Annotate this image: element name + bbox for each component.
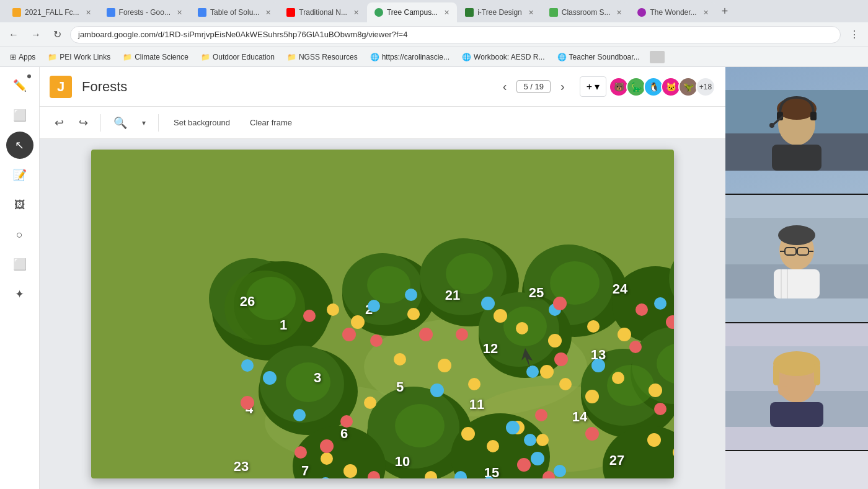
add-frame-button[interactable]: + ▾: [580, 76, 606, 97]
svg-rect-197: [772, 145, 822, 171]
bookmark-climate[interactable]: 📁 Climate Science: [118, 52, 193, 63]
tab-label-forests: Forests - Goo...: [119, 8, 170, 17]
svg-point-128: [241, 359, 254, 372]
tab-table[interactable]: Table of Solu... ✕: [190, 2, 278, 22]
eraser-tool-button[interactable]: ⬜: [6, 102, 33, 129]
svg-text:25: 25: [529, 285, 544, 300]
canvas-area[interactable]: 1 2 3 4 5 6 7 8 9 10 11 12 13 14: [40, 139, 725, 489]
svg-rect-219: [773, 364, 779, 385]
video-panel-1: [725, 67, 868, 194]
laser-button[interactable]: ✦: [6, 280, 33, 308]
svg-point-157: [636, 303, 648, 316]
bookmark-carolina-label: https://carolinascie...: [382, 53, 450, 61]
svg-point-171: [535, 409, 547, 421]
select-icon: ↖: [15, 138, 24, 152]
tab-label-wonder: The Wonder...: [650, 8, 696, 17]
tab-label-treecampus: Tree Campus...: [387, 8, 438, 17]
svg-point-139: [531, 452, 544, 465]
svg-point-132: [526, 366, 539, 378]
folder-icon-pei: 📁: [48, 53, 57, 61]
forward-button[interactable]: →: [27, 27, 45, 43]
tab-itree[interactable]: i-Tree Design ✕: [458, 2, 541, 22]
textbox-button[interactable]: ⬜: [6, 251, 33, 278]
jamboard-logo: J: [50, 76, 72, 98]
url-bar[interactable]: jamboard.google.com/d/1RD-siPmrjvpEisNe0…: [70, 26, 841, 43]
tab-2021[interactable]: 2021_FALL Fc... ✕: [5, 2, 99, 22]
laser-icon: ✦: [15, 287, 24, 301]
reload-button[interactable]: ↻: [50, 26, 65, 43]
tab-close-2021[interactable]: ✕: [86, 9, 91, 17]
shape-icon: ○: [16, 228, 23, 241]
bookmark-teacher[interactable]: 🌐 Teacher Soundboar...: [552, 52, 645, 63]
tab-classroom[interactable]: Classroom S... ✕: [542, 2, 630, 22]
undo-button[interactable]: ↩: [50, 112, 69, 133]
app-area: ✏️ ▾ ⬜ ↖ 📝 🖼 ○ ⬜ ✦: [0, 67, 868, 489]
zoom-button[interactable]: 🔍: [108, 112, 132, 133]
svg-point-122: [481, 297, 495, 310]
svg-point-155: [456, 328, 468, 341]
bookmark-apps[interactable]: ⊞ Apps: [5, 52, 40, 63]
tab-close-itree[interactable]: ✕: [528, 9, 534, 17]
svg-point-162: [241, 396, 254, 410]
page-indicator: 5 / 19: [516, 80, 551, 93]
tab-treecampus[interactable]: Tree Campus... ✕: [367, 2, 457, 22]
clear-frame-button[interactable]: Clear frame: [242, 114, 299, 131]
svg-point-154: [419, 328, 433, 341]
tab-wonder[interactable]: The Wonder... ✕: [630, 2, 715, 22]
browser-frame: 2021_FALL Fc... ✕ Forests - Goo... ✕ Tab…: [0, 0, 868, 489]
tab-favicon-treecampus: [374, 8, 383, 17]
bookmark-pei[interactable]: 📁 PEI Work Links: [43, 52, 115, 63]
select-tool-button[interactable]: ↖: [6, 132, 33, 159]
svg-text:7: 7: [301, 463, 309, 478]
main-content: J Forests ‹ 5 / 19 › + ▾ 🐻 🦕: [40, 67, 725, 489]
extensions-button[interactable]: ⋮: [846, 26, 863, 43]
video-bottom-svg: [725, 454, 868, 485]
bookmarks-overflow[interactable]: [650, 51, 665, 63]
bookmark-outdoor[interactable]: 📁 Outdoor Education: [196, 52, 280, 63]
next-frame-button[interactable]: ›: [556, 77, 570, 96]
tab-close-forests[interactable]: ✕: [177, 9, 182, 17]
svg-point-153: [370, 334, 383, 347]
redo-button[interactable]: ↪: [74, 112, 93, 133]
person-2-svg: [725, 218, 868, 298]
add-frame-icon: +: [587, 81, 592, 92]
svg-point-200: [769, 123, 774, 128]
sticky-note-button[interactable]: 📝: [6, 161, 33, 189]
bookmark-ngss[interactable]: 📁 NGSS Resources: [282, 52, 363, 63]
video-panels: [725, 67, 868, 489]
svg-point-92: [540, 365, 554, 379]
zoom-dropdown-button[interactable]: ▾: [137, 115, 151, 131]
tab-close-classroom[interactable]: ✕: [616, 9, 622, 17]
image-button[interactable]: 🖼: [6, 191, 33, 218]
svg-text:6: 6: [340, 426, 348, 441]
tab-traditional[interactable]: Traditional N... ✕: [279, 2, 366, 22]
svg-text:26: 26: [240, 294, 255, 309]
new-tab-button[interactable]: +: [717, 2, 733, 20]
bookmark-ngss-label: NGSS Resources: [299, 53, 358, 61]
svg-point-80: [494, 309, 507, 323]
svg-point-78: [351, 315, 365, 329]
svg-point-137: [506, 421, 520, 434]
tab-close-table[interactable]: ✕: [265, 9, 271, 17]
tab-close-wonder[interactable]: ✕: [703, 9, 709, 17]
svg-point-89: [394, 353, 406, 366]
video-panel-bottom: [725, 451, 868, 489]
set-background-button[interactable]: Set background: [166, 114, 237, 131]
svg-text:23: 23: [234, 459, 249, 474]
svg-point-82: [548, 334, 562, 348]
shape-button[interactable]: ○: [6, 221, 33, 248]
svg-point-163: [340, 415, 353, 428]
svg-point-130: [293, 409, 306, 421]
tab-close-treecampus[interactable]: ✕: [444, 9, 450, 17]
pen-tool-button[interactable]: ✏️ ▾: [6, 72, 33, 99]
tab-forests[interactable]: Forests - Goo... ✕: [99, 2, 190, 22]
tab-favicon-classroom: [549, 8, 558, 17]
prev-frame-button[interactable]: ‹: [498, 77, 512, 96]
back-button[interactable]: ←: [5, 27, 22, 43]
tab-label-table: Table of Solu...: [210, 8, 259, 17]
bookmark-workbook[interactable]: 🌐 Workbook: AESD R...: [457, 52, 550, 63]
bookmark-carolina[interactable]: 🌐 https://carolinascie...: [365, 52, 454, 63]
svg-point-124: [654, 297, 666, 310]
tab-close-trad[interactable]: ✕: [353, 9, 359, 17]
svg-point-218: [773, 351, 820, 376]
